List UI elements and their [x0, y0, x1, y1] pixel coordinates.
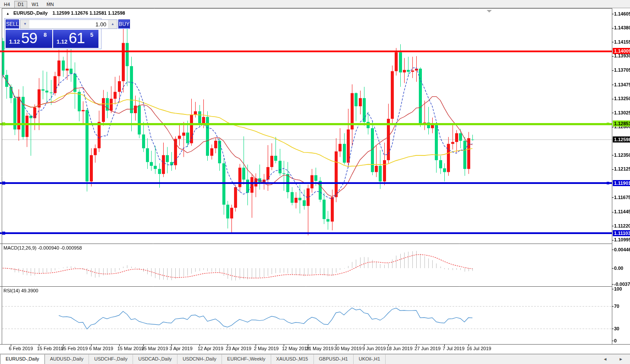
price-tick-label: 1.13475 — [614, 82, 630, 87]
buy-price-prefix: 1.12 — [57, 38, 67, 45]
chart-symbol-title: EURUSD-,Daily — [13, 10, 47, 16]
tab-ukoil-h1[interactable]: UKOil-,H1 — [354, 355, 386, 364]
timeframe-toolbar: H4D1W1MN — [0, 0, 630, 8]
buy-price-big: 61 — [69, 29, 85, 47]
timeframe-button-h4[interactable]: H4 — [0, 1, 13, 8]
tab-audusd-daily[interactable]: AUDUSD-,Daily — [45, 355, 89, 364]
sell-price-pip: 8 — [44, 32, 47, 38]
sell-price-prefix: 1.12 — [9, 38, 20, 45]
price-badge: 1.12851 — [613, 120, 630, 127]
price-tick-label: 1.11220 — [614, 223, 630, 228]
buy-price-tile[interactable]: 1.12 61 5 — [53, 30, 98, 48]
buy-price-pip: 5 — [90, 32, 93, 38]
rsi-indicator-label: RSI(14) 49.3900 — [3, 288, 38, 293]
time-axis-label: 15 Feb 2019 — [37, 346, 64, 351]
price-badge: 1.14009 — [613, 48, 630, 54]
tab-gbpusd-h1[interactable]: GBPUSD-,H1 — [314, 355, 354, 364]
volume-input[interactable] — [29, 20, 108, 28]
time-axis-label: 7 Jul 2019 — [443, 346, 465, 351]
macd-axis-label: 0.00 — [614, 266, 623, 271]
timeframe-button-d1[interactable]: D1 — [14, 1, 27, 8]
time-axis-label: 27 Jun 2019 — [415, 346, 441, 351]
price-badge: 1.12598 — [613, 136, 630, 142]
price-tick-label: 1.11675 — [614, 195, 630, 200]
tab-usdcnh-daily[interactable]: USDCNH-,Daily — [177, 355, 222, 364]
time-axis-label: 16 Jul 2019 — [467, 346, 491, 351]
time-axis-label: 6 Feb 2019 — [9, 346, 33, 351]
rsi-axis-label: 70 — [614, 304, 619, 309]
tab-usdcad-daily[interactable]: USDCAD-,Daily — [133, 355, 177, 364]
price-tick-label: 1.13930 — [614, 53, 630, 58]
price-tick-label: 1.12125 — [614, 166, 630, 171]
chart-canvas[interactable] — [0, 0, 630, 364]
price-tick-label: 1.12350 — [614, 152, 630, 158]
time-axis-label: 2 May 2019 — [254, 346, 279, 351]
time-axis-label: 25 Mar 2019 — [142, 346, 168, 351]
price-badge: 1.11901 — [613, 180, 630, 186]
buy-button[interactable]: BUY — [118, 19, 130, 29]
time-axis-label: 23 Apr 2019 — [226, 346, 251, 351]
toolbar-divider — [48, 1, 49, 6]
chart-ohlc-readout: 1.12599 1.12676 1.12581 1.12598 — [53, 10, 125, 16]
time-axis-label: 3 Apr 2019 — [170, 346, 193, 351]
time-axis-label: 6 Mar 2019 — [89, 346, 114, 351]
price-tick-label: 1.14155 — [614, 39, 630, 44]
price-tick-label: 1.11445 — [614, 209, 630, 214]
volume-decrease-button[interactable]: ▼ — [20, 20, 29, 28]
time-axis-label: 12 May 2019 — [282, 346, 310, 351]
price-badge: 1.11103 — [613, 230, 630, 236]
sell-button[interactable]: SELL — [6, 19, 19, 29]
tab-eurusd-daily[interactable]: EURUSD-,Daily — [0, 355, 45, 364]
symbol-tab-bar: EURUSD-,DailyAUDUSD-,DailyUSDCHF-,DailyU… — [0, 354, 630, 364]
chart-shift-marker[interactable] — [487, 10, 492, 13]
price-tick-label: 1.14605 — [614, 11, 630, 16]
sell-price-tile[interactable]: 1.12 59 8 — [6, 30, 52, 48]
tab-scroll-arrows[interactable]: ◄ ► — [603, 357, 628, 361]
time-axis-label: 25 Feb 2019 — [61, 346, 88, 351]
terminal-window: H4D1W1MN ▲ EURUSD-,Daily 1.12599 1.12676… — [0, 0, 630, 364]
chart-title-bar: ▲ EURUSD-,Daily 1.12599 1.12676 1.12581 … — [6, 10, 125, 16]
time-axis-label: 12 Apr 2019 — [198, 346, 223, 351]
tab-usdchf-daily[interactable]: USDCHF-,Daily — [89, 355, 133, 364]
timeframe-button-mn[interactable]: MN — [43, 1, 57, 8]
price-tick-label: 1.13025 — [614, 110, 630, 115]
tab-eurchf-weekly[interactable]: EURCHF-,Weekly — [222, 355, 271, 364]
price-tick-label: 1.10995 — [614, 237, 630, 242]
volume-stepper: ▼ ▲ — [20, 19, 117, 29]
rsi-axis-label: 100 — [614, 286, 622, 291]
time-axis-label: 9 Jun 2019 — [362, 346, 386, 351]
collapse-panel-icon[interactable]: ▲ — [6, 12, 9, 16]
sell-price-big: 59 — [21, 29, 37, 47]
price-tick-label: 1.14380 — [614, 25, 630, 30]
time-axis-label: 21 May 2019 — [306, 346, 334, 351]
price-tick-label: 1.13705 — [614, 67, 630, 73]
volume-increase-button[interactable]: ▲ — [108, 20, 117, 28]
macd-axis-label: 0.004465 — [614, 247, 630, 252]
time-axis-label: 15 Mar 2019 — [117, 346, 144, 351]
macd-indicator-label: MACD(12,26,9) -0.000940 -0.000958 — [3, 245, 82, 250]
time-axis-label: 18 Jun 2019 — [386, 346, 413, 351]
timeframe-button-w1[interactable]: W1 — [28, 1, 42, 8]
price-tick-label: 1.13250 — [614, 96, 630, 101]
time-axis-label: 30 May 2019 — [334, 346, 362, 351]
tab-xauusd-m15[interactable]: XAUUSD-,M15 — [271, 355, 314, 364]
one-click-trade-panel: SELL ▼ ▲ BUY 1.12 59 8 1.12 61 5 — [4, 18, 101, 49]
rsi-axis-label: 30 — [614, 326, 619, 331]
rsi-axis-label: 0 — [614, 338, 617, 343]
